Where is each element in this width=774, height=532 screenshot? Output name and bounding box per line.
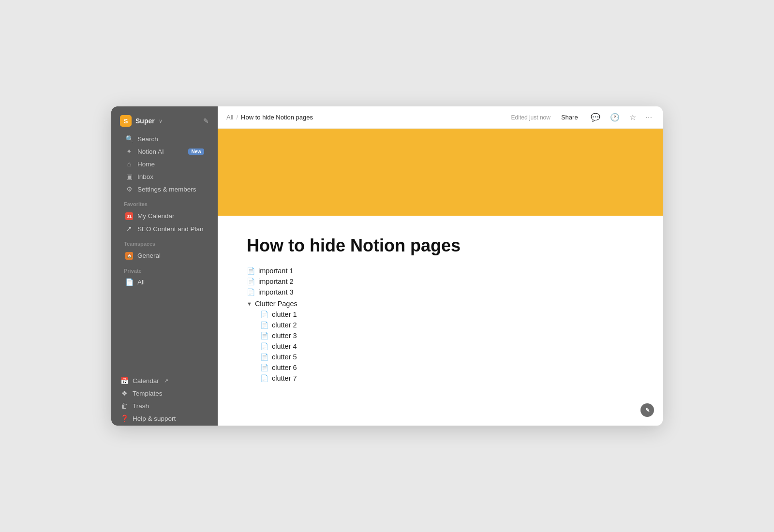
topbar: All / How to hide Notion pages Edited ju… <box>218 106 663 129</box>
sidebar-item-help[interactable]: ❓ Help & support <box>116 412 213 425</box>
sidebar-bottom: 📅 Calendar ↗ ❖ Templates 🗑 Trash ❓ Help … <box>111 373 218 426</box>
file-icon: 📄 <box>247 278 255 285</box>
sidebar-item-general[interactable]: 🏠 General <box>121 249 208 262</box>
templates-icon: ❖ <box>120 389 129 397</box>
list-item[interactable]: 📄 clutter 6 <box>260 362 634 373</box>
sidebar-item-label: Trash <box>133 402 149 410</box>
breadcrumb-current: How to hide Notion pages <box>241 114 313 121</box>
page-label: clutter 3 <box>272 332 297 340</box>
list-item[interactable]: 📄 clutter 1 <box>260 309 634 320</box>
file-icon: 📄 <box>260 374 268 382</box>
sidebar-item-label: Inbox <box>137 173 153 180</box>
sidebar-item-label: Search <box>137 135 158 143</box>
workspace-header[interactable]: S Super ∨ ✎ <box>116 112 213 130</box>
page-cover <box>218 129 663 216</box>
trash-icon: 🗑 <box>120 402 129 410</box>
sidebar-nav: 🔍 Search ✦ Notion AI New ⌂ Home ▣ Inbox <box>116 132 213 196</box>
sidebar-item-label: Settings & members <box>137 186 196 193</box>
file-icon: 📄 <box>260 353 268 361</box>
teamspaces-section: 🏠 General <box>116 248 213 263</box>
list-item[interactable]: 📄 important 2 <box>247 276 634 287</box>
file-icon: 📄 <box>260 310 268 318</box>
sidebar-item-all[interactable]: 📄 All <box>121 276 208 288</box>
important-pages-list: 📄 important 1 📄 important 2 📄 important … <box>247 266 634 297</box>
sidebar-item-label: Help & support <box>133 415 176 422</box>
private-label: Private <box>116 263 213 275</box>
toggle-icon: ▼ <box>247 301 252 307</box>
sidebar-item-label: SEO Content and Plan <box>137 225 204 233</box>
file-icon: 📄 <box>260 342 268 350</box>
clutter-children: 📄 clutter 1 📄 clutter 2 📄 clutter 3 <box>247 309 634 384</box>
list-item[interactable]: 📄 important 3 <box>247 287 634 297</box>
page-label: clutter 5 <box>272 353 297 361</box>
teamspace-icon: 🏠 <box>125 251 134 260</box>
share-button[interactable]: Share <box>556 112 583 123</box>
file-icon: 📄 <box>260 364 268 371</box>
file-icon: 📄 <box>260 321 268 329</box>
file-icon: 📄 <box>247 267 255 275</box>
list-item[interactable]: 📄 clutter 5 <box>260 352 634 362</box>
history-icon[interactable]: 🕐 <box>608 111 622 124</box>
workspace-icon: S <box>120 115 132 127</box>
edited-status: Edited just now <box>511 114 551 121</box>
breadcrumb-all[interactable]: All <box>226 114 233 121</box>
file-icon: 📄 <box>247 288 255 296</box>
calendar-icon: 31 <box>125 211 134 220</box>
file-icon: 📄 <box>260 332 268 340</box>
edit-workspace-icon[interactable]: ✎ <box>203 117 209 125</box>
page-label: clutter 6 <box>272 364 297 371</box>
sidebar-item-search[interactable]: 🔍 Search <box>121 133 208 145</box>
search-icon: 🔍 <box>125 135 134 143</box>
sidebar-item-inbox[interactable]: ▣ Inbox <box>121 170 208 183</box>
list-item[interactable]: 📄 clutter 4 <box>260 341 634 352</box>
sidebar-item-label: Notion AI <box>137 148 164 155</box>
list-item[interactable]: 📄 clutter 7 <box>260 373 634 384</box>
avatar: ✎ <box>640 403 654 417</box>
list-item[interactable]: 📄 clutter 2 <box>260 320 634 330</box>
sidebar-item-notion-ai[interactable]: ✦ Notion AI New <box>121 145 208 158</box>
home-icon: ⌂ <box>125 160 134 168</box>
sidebar-item-trash[interactable]: 🗑 Trash <box>116 399 213 412</box>
sidebar-item-label: Home <box>137 161 155 168</box>
list-item[interactable]: 📄 important 1 <box>247 266 634 276</box>
settings-icon: ⚙ <box>125 185 134 193</box>
sidebar: S Super ∨ ✎ 🔍 Search ✦ Notion AI New <box>111 106 218 426</box>
help-icon: ❓ <box>120 414 129 422</box>
sidebar-item-home[interactable]: ⌂ Home <box>121 158 208 170</box>
private-section: 📄 All <box>116 275 213 289</box>
main-wrapper: All / How to hide Notion pages Edited ju… <box>218 106 663 426</box>
page-label: clutter 2 <box>272 321 297 329</box>
breadcrumb: All / How to hide Notion pages <box>226 114 313 121</box>
page-icon: 📄 <box>125 278 134 286</box>
calendar-bottom-icon: 📅 <box>120 377 129 384</box>
sidebar-item-label: General <box>137 252 161 259</box>
sidebar-item-label: Calendar <box>133 377 159 384</box>
page-label: important 1 <box>258 267 294 275</box>
sidebar-item-seo-content[interactable]: ↗ SEO Content and Plan <box>121 222 208 235</box>
page-label: clutter 4 <box>272 342 297 350</box>
favorites-label: Favorites <box>116 196 213 208</box>
favorite-icon[interactable]: ☆ <box>627 111 638 124</box>
breadcrumb-separator: / <box>236 114 238 121</box>
sidebar-item-my-calendar[interactable]: 31 My Calendar <box>121 209 208 222</box>
sidebar-item-templates[interactable]: ❖ Templates <box>116 387 213 399</box>
main-content: All / How to hide Notion pages Edited ju… <box>218 106 663 426</box>
inbox-icon: ▣ <box>125 173 134 180</box>
page-label: clutter 1 <box>272 310 297 318</box>
clutter-group-label: Clutter Pages <box>255 300 298 308</box>
workspace-chevron-icon: ∨ <box>159 118 163 124</box>
teamspaces-label: Teamspaces <box>116 236 213 248</box>
clutter-group: ▼ Clutter Pages 📄 clutter 1 📄 clutter 2 <box>247 298 634 384</box>
comment-icon[interactable]: 💬 <box>589 111 602 124</box>
workspace-name: Super <box>135 117 155 125</box>
sidebar-item-calendar[interactable]: 📅 Calendar ↗ <box>116 374 213 387</box>
page-label: clutter 7 <box>272 374 297 382</box>
sidebar-item-label: My Calendar <box>137 212 175 220</box>
favorites-section: 31 My Calendar ↗ SEO Content and Plan <box>116 208 213 236</box>
topbar-actions: Edited just now Share 💬 🕐 ☆ ··· <box>511 111 654 124</box>
list-item[interactable]: 📄 clutter 3 <box>260 330 634 341</box>
sidebar-item-settings[interactable]: ⚙ Settings & members <box>121 183 208 195</box>
more-options-icon[interactable]: ··· <box>644 111 654 124</box>
page-content: How to hide Notion pages 📄 important 1 📄… <box>218 216 663 426</box>
clutter-group-header[interactable]: ▼ Clutter Pages <box>247 298 634 309</box>
